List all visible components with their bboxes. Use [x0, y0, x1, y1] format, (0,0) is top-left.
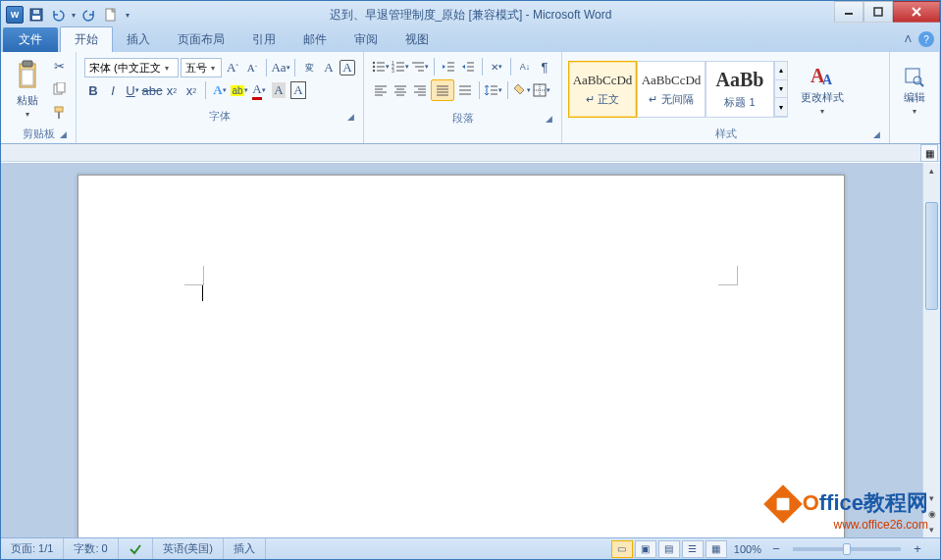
- help-icon[interactable]: ?: [918, 31, 934, 47]
- save-icon[interactable]: [26, 5, 46, 25]
- style-no-spacing[interactable]: AaBbCcDd ↵ 无间隔: [637, 61, 706, 118]
- tab-page-layout[interactable]: 页面布局: [164, 27, 238, 52]
- clear-format-icon[interactable]: A: [320, 59, 338, 76]
- align-left-icon[interactable]: [372, 81, 390, 99]
- qat-dropdown[interactable]: ▾: [123, 5, 132, 25]
- subscript-icon[interactable]: x2: [163, 81, 181, 99]
- phonetic-guide-icon[interactable]: 変: [300, 59, 318, 76]
- underline-icon[interactable]: U▾: [124, 81, 141, 99]
- font-size-combo[interactable]: 五号▾: [181, 58, 222, 77]
- paste-icon: [14, 60, 41, 91]
- status-proof[interactable]: [119, 538, 153, 559]
- window-title: 迟到、早退管理制度_原始 [兼容模式] - Microsoft Word: [330, 7, 612, 24]
- font-color-icon[interactable]: A▾: [250, 81, 268, 99]
- shrink-font-icon[interactable]: Aˇ: [243, 59, 261, 76]
- view-full-screen[interactable]: ▣: [635, 540, 656, 558]
- style-normal[interactable]: AaBbCcDd ↵ 正文: [568, 61, 637, 118]
- bold-icon[interactable]: B: [84, 81, 102, 99]
- font-launcher[interactable]: ◢: [343, 110, 357, 124]
- tab-references[interactable]: 引用: [238, 27, 289, 52]
- show-marks-icon[interactable]: ¶: [536, 58, 553, 76]
- tab-review[interactable]: 审阅: [340, 27, 392, 52]
- file-tab[interactable]: 文件: [3, 27, 58, 52]
- line-spacing-icon[interactable]: ▾: [485, 81, 502, 99]
- new-doc-icon[interactable]: [101, 5, 121, 25]
- italic-icon[interactable]: I: [104, 81, 122, 99]
- sort-icon[interactable]: A↓: [516, 58, 534, 76]
- undo-icon[interactable]: [48, 5, 68, 25]
- next-page-icon[interactable]: ▾: [923, 522, 940, 537]
- bullets-icon[interactable]: ▾: [372, 58, 390, 76]
- ruler-toggle-icon[interactable]: ▦: [920, 144, 938, 162]
- align-right-icon[interactable]: [411, 81, 429, 99]
- clipboard-launcher[interactable]: ◢: [56, 127, 70, 141]
- maximize-button[interactable]: [863, 1, 893, 23]
- style-scroll-up[interactable]: ▴: [775, 62, 787, 80]
- status-language[interactable]: 英语(美国): [153, 538, 224, 559]
- borders-icon[interactable]: ▾: [533, 81, 550, 99]
- cut-icon[interactable]: ✂: [50, 57, 68, 75]
- format-painter-icon[interactable]: [50, 104, 68, 122]
- view-web[interactable]: ▤: [658, 540, 680, 558]
- paragraph-launcher[interactable]: ◢: [542, 112, 555, 126]
- prev-page-icon[interactable]: ◉: [923, 506, 940, 522]
- group-font: 宋体 (中文正文▾ 五号▾ Aˆ Aˇ Aa▾ 変 A A B I U▾ abc…: [77, 52, 364, 143]
- tab-home[interactable]: 开始: [60, 26, 113, 52]
- scroll-thumb[interactable]: [925, 202, 938, 310]
- view-draft[interactable]: ▦: [706, 540, 727, 558]
- find-button[interactable]: 编辑 ▾: [896, 54, 933, 127]
- scroll-down-icon[interactable]: ▾: [923, 490, 940, 506]
- status-words[interactable]: 字数: 0: [64, 538, 118, 559]
- close-button[interactable]: [893, 1, 940, 23]
- clipboard-label: 剪贴板◢: [7, 125, 70, 143]
- change-case-icon[interactable]: Aa▾: [272, 59, 289, 76]
- scroll-up-icon[interactable]: ▴: [923, 163, 940, 178]
- view-print-layout[interactable]: ▭: [611, 540, 633, 558]
- asian-layout-icon[interactable]: ✕▾: [488, 58, 505, 76]
- app-icon[interactable]: W: [5, 5, 25, 25]
- status-mode[interactable]: 插入: [224, 538, 266, 559]
- shading-icon[interactable]: ▾: [513, 81, 531, 99]
- paste-button[interactable]: 粘贴 ▾: [7, 54, 48, 125]
- vertical-scrollbar[interactable]: ▴ ▾ ◉ ▾: [922, 163, 940, 537]
- style-gallery-scroll: ▴ ▾ ▾: [774, 61, 788, 118]
- highlight-icon[interactable]: ab▾: [231, 81, 248, 99]
- minimize-button[interactable]: [834, 1, 863, 23]
- multilevel-list-icon[interactable]: ▾: [411, 58, 429, 76]
- align-center-icon[interactable]: [392, 81, 409, 99]
- char-shading-icon[interactable]: A: [270, 81, 288, 99]
- zoom-in-icon[interactable]: +: [909, 540, 926, 558]
- char-border-icon[interactable]: A: [289, 81, 307, 99]
- enclose-char-icon[interactable]: A: [340, 60, 355, 76]
- align-justify-icon[interactable]: [431, 79, 454, 101]
- decrease-indent-icon[interactable]: [440, 58, 457, 76]
- style-expand[interactable]: ▾: [775, 98, 787, 117]
- zoom-thumb[interactable]: [843, 543, 851, 555]
- tab-insert[interactable]: 插入: [113, 27, 164, 52]
- text-effects-icon[interactable]: A▾: [211, 81, 229, 99]
- font-name-combo[interactable]: 宋体 (中文正文▾: [84, 58, 179, 77]
- styles-launcher[interactable]: ◢: [869, 127, 883, 141]
- zoom-out-icon[interactable]: −: [767, 540, 785, 558]
- strike-icon[interactable]: abc: [143, 81, 161, 99]
- undo-dropdown[interactable]: ▾: [70, 5, 78, 25]
- grow-font-icon[interactable]: Aˆ: [224, 59, 241, 76]
- superscript-icon[interactable]: x2: [183, 81, 200, 99]
- tab-mailings[interactable]: 邮件: [289, 27, 340, 52]
- svg-point-17: [373, 66, 375, 68]
- page[interactable]: [78, 175, 845, 537]
- style-scroll-down[interactable]: ▾: [775, 80, 787, 99]
- redo-icon[interactable]: [79, 5, 99, 25]
- increase-indent-icon[interactable]: [459, 58, 477, 76]
- status-page[interactable]: 页面: 1/1: [1, 538, 64, 559]
- change-styles-button[interactable]: AA 更改样式 ▾: [796, 59, 849, 120]
- minimize-ribbon-icon[interactable]: ᐱ: [901, 31, 915, 45]
- style-heading1[interactable]: AaBb 标题 1: [706, 61, 774, 118]
- numbering-icon[interactable]: 123▾: [392, 58, 409, 76]
- zoom-slider[interactable]: [793, 547, 901, 551]
- zoom-level[interactable]: 100%: [728, 543, 767, 555]
- copy-icon[interactable]: [50, 80, 68, 98]
- distributed-icon[interactable]: [456, 81, 474, 99]
- tab-view[interactable]: 视图: [392, 27, 443, 52]
- view-outline[interactable]: ☰: [682, 540, 704, 558]
